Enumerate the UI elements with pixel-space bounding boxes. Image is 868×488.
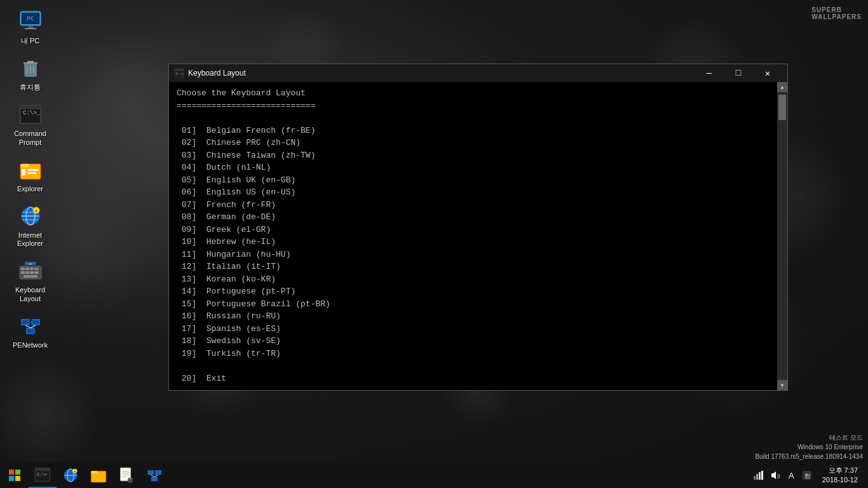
svg-text:)): )) xyxy=(777,473,780,478)
svg-text:한: 한 xyxy=(804,473,810,479)
clock-date: 2018-10-12 xyxy=(822,475,858,485)
scrollbar-track xyxy=(777,92,787,380)
svg-text:e: e xyxy=(34,208,37,214)
taskbar-item-cmd[interactable]: C:\> xyxy=(29,463,57,488)
desktop-icon-command-prompt[interactable]: C:\>_ CommandPrompt xyxy=(6,99,54,149)
desktop-icon-ie[interactable]: e InternetExplorer xyxy=(6,201,54,250)
tray-network-icon[interactable] xyxy=(750,470,766,480)
svg-rect-13 xyxy=(20,105,41,109)
svg-text:C:\>: C:\> xyxy=(176,72,184,76)
system-tray: )) A 한 오후 7:37 2018-10-12 xyxy=(745,463,868,488)
taskbar-item-ie[interactable]: e xyxy=(57,463,85,488)
svg-rect-73 xyxy=(151,477,158,481)
close-button[interactable]: ✕ xyxy=(753,64,782,82)
svg-rect-51 xyxy=(15,470,20,475)
taskbar-item-notepad[interactable] xyxy=(112,463,140,488)
taskbar-items: C:\> e xyxy=(29,463,745,488)
svg-rect-40 xyxy=(22,320,29,324)
svg-rect-31 xyxy=(34,268,39,270)
svg-text:C:\>: C:\> xyxy=(37,472,47,477)
svg-text:e: e xyxy=(74,470,76,474)
keyboard-layout-window: C:\> Keyboard Layout — □ ✕ Choose the Ke… xyxy=(168,64,788,391)
svg-rect-28 xyxy=(21,268,25,270)
svg-rect-8 xyxy=(27,61,34,63)
svg-rect-63 xyxy=(91,471,97,473)
desktop-icon-explorer[interactable]: Explorer xyxy=(6,154,54,196)
window-icon: C:\> xyxy=(174,68,184,78)
svg-rect-19 xyxy=(27,172,36,174)
keyboard-layout-label: KeyboardLayout xyxy=(15,286,45,302)
svg-rect-36 xyxy=(24,275,37,278)
explorer-label: Explorer xyxy=(17,185,43,193)
svg-rect-17 xyxy=(22,169,25,175)
svg-line-75 xyxy=(154,475,158,477)
svg-line-45 xyxy=(25,325,31,328)
desktop: SUPERB WALLPAPERS PC 내 PC xyxy=(0,0,868,488)
svg-rect-76 xyxy=(754,476,756,480)
svg-text:PC: PC xyxy=(27,16,34,22)
clock-time: 오후 7:37 xyxy=(822,466,858,475)
svg-text:C:\>_: C:\>_ xyxy=(23,110,41,116)
console-content[interactable]: Choose the Keyboard Layout =============… xyxy=(169,82,777,390)
test-mode-label: 테스트 모드 xyxy=(755,433,863,442)
maximize-button[interactable]: □ xyxy=(724,64,753,82)
svg-line-46 xyxy=(31,325,36,328)
os-label: Windows 10 Enterprise xyxy=(755,442,863,452)
svg-rect-50 xyxy=(9,470,14,475)
svg-rect-16 xyxy=(20,164,29,167)
window-titlebar[interactable]: C:\> Keyboard Layout — □ ✕ xyxy=(169,64,787,82)
svg-rect-35 xyxy=(34,271,39,274)
start-button[interactable] xyxy=(0,463,29,488)
svg-rect-53 xyxy=(15,476,20,481)
taskbar: C:\> e xyxy=(0,463,868,488)
svg-rect-33 xyxy=(25,271,29,274)
scroll-up-button[interactable]: ▲ xyxy=(777,82,787,92)
svg-rect-32 xyxy=(21,271,25,274)
desktop-icon-recycle-bin[interactable]: 휴지통 xyxy=(6,53,54,94)
pe-network-label: PENetwork xyxy=(13,341,48,349)
desktop-icon-my-pc[interactable]: PC 내 PC xyxy=(6,6,54,48)
desktop-icon-keyboard-layout[interactable]: KB KeyboardLayout xyxy=(6,255,54,305)
minimize-button[interactable]: — xyxy=(695,64,724,82)
svg-rect-18 xyxy=(27,169,39,171)
ie-label: InternetExplorer xyxy=(17,231,43,248)
tray-ime-icon[interactable]: A xyxy=(786,471,797,480)
svg-rect-79 xyxy=(761,471,763,480)
desktop-icon-pe-network[interactable]: PENetwork xyxy=(6,311,54,352)
svg-rect-77 xyxy=(756,474,758,480)
command-prompt-label: CommandPrompt xyxy=(14,130,46,146)
build-label: Build 17763.rs5_release.180914-1434 xyxy=(755,452,863,461)
window-controls[interactable]: — □ ✕ xyxy=(695,64,782,82)
scrollbar-thumb[interactable] xyxy=(778,95,786,120)
taskbar-item-network[interactable] xyxy=(140,463,168,488)
tray-volume-icon[interactable]: )) xyxy=(768,470,783,480)
svg-rect-71 xyxy=(147,470,154,475)
svg-rect-70 xyxy=(128,478,132,479)
recycle-bin-label: 휴지통 xyxy=(20,83,41,92)
watermark: SUPERB WALLPAPERS xyxy=(811,6,862,20)
window-title-text: Keyboard Layout xyxy=(188,69,695,78)
svg-rect-2 xyxy=(28,25,33,28)
console-body: Choose the Keyboard Layout =============… xyxy=(169,82,787,390)
vertical-scrollbar[interactable]: ▲ ▼ xyxy=(777,82,787,390)
svg-rect-34 xyxy=(30,271,34,274)
desktop-icons: PC 내 PC 휴지통 xyxy=(6,6,54,352)
system-clock[interactable]: 오후 7:37 2018-10-12 xyxy=(817,466,863,485)
svg-line-74 xyxy=(151,475,154,477)
taskbar-item-explorer[interactable] xyxy=(85,463,112,488)
svg-text:KB: KB xyxy=(29,262,32,266)
svg-rect-72 xyxy=(155,470,161,475)
svg-rect-30 xyxy=(30,268,34,270)
svg-rect-44 xyxy=(27,329,34,333)
tray-korean-icon[interactable]: 한 xyxy=(799,470,815,480)
my-pc-label: 내 PC xyxy=(21,37,39,45)
svg-rect-78 xyxy=(759,472,761,480)
svg-marker-80 xyxy=(771,471,776,479)
svg-rect-42 xyxy=(32,320,39,324)
scroll-down-button[interactable]: ▼ xyxy=(777,380,787,390)
build-info: 테스트 모드 Windows 10 Enterprise Build 17763… xyxy=(755,433,868,461)
svg-rect-48 xyxy=(175,69,184,71)
svg-rect-3 xyxy=(25,28,36,29)
svg-rect-55 xyxy=(35,468,50,471)
svg-rect-52 xyxy=(9,476,14,481)
